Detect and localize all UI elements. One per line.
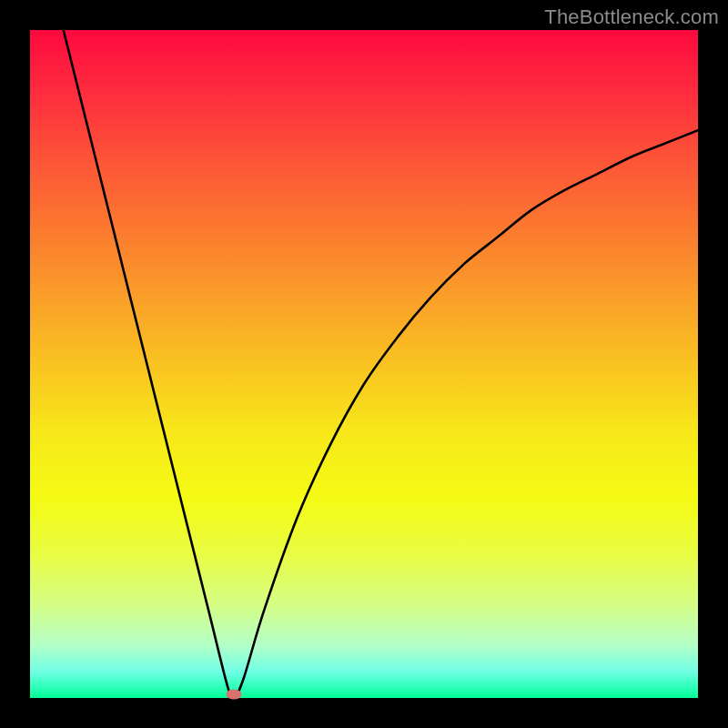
bottleneck-curve xyxy=(30,30,698,698)
attribution-text: TheBottleneck.com xyxy=(544,5,719,29)
plot-area xyxy=(30,30,698,698)
chart-frame: TheBottleneck.com xyxy=(0,0,728,728)
minimum-marker xyxy=(226,690,241,700)
